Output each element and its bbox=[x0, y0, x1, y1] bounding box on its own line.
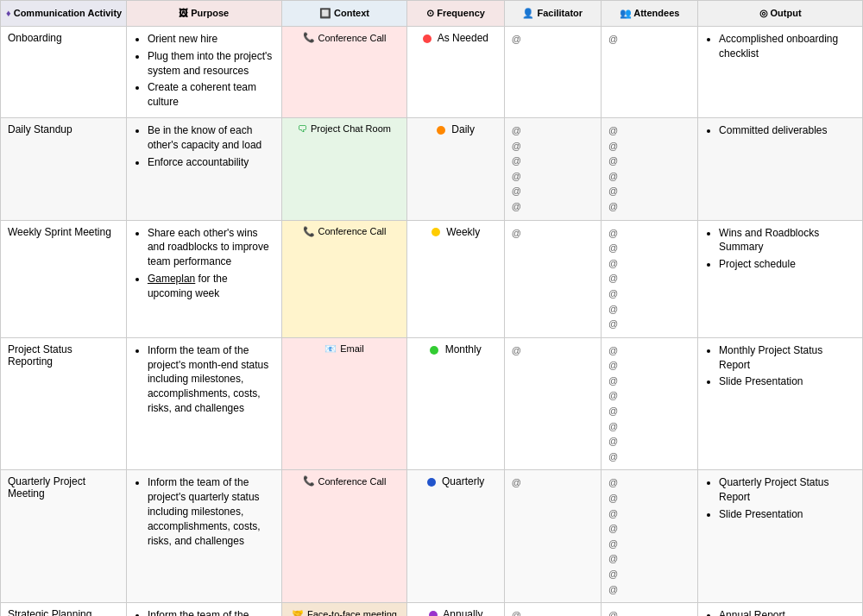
freq-dot bbox=[430, 346, 438, 355]
col-header-activity: ♦ Communication Activity bbox=[1, 1, 127, 27]
col-header-output: ◎ Output bbox=[698, 1, 863, 27]
table-row: Weekly Sprint Meeting Share each other's… bbox=[1, 220, 863, 337]
context-cell: 📞 Conference Call bbox=[281, 220, 407, 337]
output-cell: Committed deliverables bbox=[698, 117, 863, 220]
face-to-face-icon: 🤝 bbox=[292, 608, 304, 616]
activity-cell: Project Status Reporting bbox=[1, 337, 127, 470]
activity-cell: Daily Standup bbox=[1, 117, 127, 220]
table-row: Strategic Planning Inform the team of th… bbox=[1, 603, 863, 616]
facilitator-header-icon: 👤 bbox=[522, 8, 534, 18]
freq-dot bbox=[432, 228, 440, 236]
purpose-cell: Inform the team of the project's annual … bbox=[126, 603, 281, 616]
output-cell: Annual Report Slide Presentation bbox=[698, 603, 863, 616]
facilitator-cell: @ bbox=[504, 603, 601, 616]
output-cell: Monthly Project Status Report Slide Pres… bbox=[698, 337, 863, 470]
col-header-facilitator: 👤 Facilitator bbox=[504, 1, 601, 27]
activity-cell: Weekly Sprint Meeting bbox=[1, 220, 127, 337]
attendees-cell: @@@@@@ bbox=[601, 117, 697, 220]
freq-dot bbox=[427, 478, 436, 487]
purpose-cell: Be in the know of each other's capacity … bbox=[126, 117, 281, 220]
activity-cell: Quarterly Project Meeting bbox=[1, 470, 127, 603]
activity-cell: Onboarding bbox=[1, 27, 127, 118]
frequency-cell: As Needed bbox=[407, 27, 504, 118]
frequency-cell: Quarterly bbox=[407, 470, 504, 603]
attendees-header-icon: 👥 bbox=[620, 8, 632, 18]
context-cell: 📧 Email bbox=[281, 337, 407, 470]
frequency-cell: Weekly bbox=[407, 220, 504, 337]
purpose-cell: Share each other's wins and roadblocks t… bbox=[126, 220, 281, 337]
col-header-frequency: ⊙ Frequency bbox=[407, 1, 504, 27]
context-cell: 📞 Conference Call bbox=[281, 27, 407, 118]
attendees-cell: @ bbox=[601, 27, 697, 118]
purpose-cell: Inform the team of the project's quarter… bbox=[126, 470, 281, 603]
freq-dot bbox=[423, 35, 432, 43]
facilitator-cell: @@@@@@ bbox=[504, 117, 601, 220]
attendees-cell: @@@@@@@ bbox=[601, 220, 697, 337]
communication-table: ♦ Communication Activity 🖼 Purpose 🔲 Con… bbox=[0, 0, 863, 616]
col-header-purpose: 🖼 Purpose bbox=[126, 1, 281, 27]
frequency-cell: Daily bbox=[407, 117, 504, 220]
context-header-icon: 🔲 bbox=[319, 8, 331, 18]
conference-call-icon: 📞 bbox=[303, 475, 315, 487]
facilitator-cell: @ bbox=[504, 220, 601, 337]
freq-dot bbox=[437, 126, 445, 135]
output-cell: Accomplished onboarding checklist bbox=[698, 27, 863, 118]
frequency-header-icon: ⊙ bbox=[426, 8, 434, 18]
context-cell: 📞 Conference Call bbox=[281, 470, 407, 603]
attendees-cell: @@@ bbox=[601, 603, 697, 616]
freq-dot bbox=[429, 611, 438, 616]
chat-room-icon: 🗨 bbox=[298, 123, 307, 134]
facilitator-cell: @ bbox=[504, 470, 601, 603]
activity-cell: Strategic Planning bbox=[1, 603, 127, 616]
output-cell: Quarterly Project Status Report Slide Pr… bbox=[698, 470, 863, 603]
table-row: Onboarding Orient new hire Plug them int… bbox=[1, 27, 863, 118]
attendees-cell: @@@@@@@@ bbox=[601, 470, 697, 603]
frequency-cell: Annually bbox=[407, 603, 504, 616]
output-header-icon: ◎ bbox=[759, 8, 768, 18]
purpose-cell: Inform the team of the project's month-e… bbox=[126, 337, 281, 470]
activity-header-icon: ♦ bbox=[6, 8, 11, 18]
email-icon: 📧 bbox=[324, 343, 337, 355]
conference-call-icon: 📞 bbox=[303, 226, 315, 237]
conference-call-icon: 📞 bbox=[303, 32, 315, 43]
frequency-cell: Monthly bbox=[407, 337, 504, 470]
context-cell: 🤝 Face-to-face meeting bbox=[281, 603, 407, 616]
context-cell: 🗨 Project Chat Room bbox=[281, 117, 407, 220]
table-row: Quarterly Project Meeting Inform the tea… bbox=[1, 470, 863, 603]
output-cell: Wins and Roadblocks Summary Project sche… bbox=[698, 220, 863, 337]
facilitator-cell: @ bbox=[504, 337, 601, 470]
col-header-attendees: 👥 Attendees bbox=[601, 1, 697, 27]
purpose-cell: Orient new hire Plug them into the proje… bbox=[126, 27, 281, 118]
table-row: Project Status Reporting Inform the team… bbox=[1, 337, 863, 470]
col-header-context: 🔲 Context bbox=[281, 1, 407, 27]
facilitator-cell: @ bbox=[504, 27, 601, 118]
purpose-header-icon: 🖼 bbox=[179, 8, 188, 18]
attendees-cell: @@@@@@@@ bbox=[601, 337, 697, 470]
table-row: Daily Standup Be in the know of each oth… bbox=[1, 117, 863, 220]
